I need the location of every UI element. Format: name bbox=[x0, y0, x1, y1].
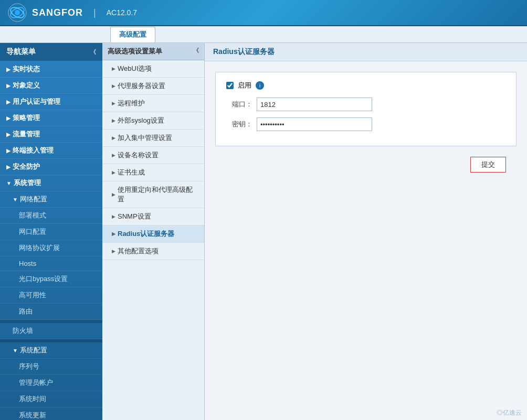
sidebar-item-deploy[interactable]: 部署模式 bbox=[0, 208, 102, 224]
middle-item-label: 外部syslog设置 bbox=[118, 116, 164, 125]
middle-item-label: Radius认证服务器 bbox=[118, 229, 174, 239]
middle-item-radius[interactable]: ▶ Radius认证服务器 bbox=[102, 225, 204, 243]
middle-item-arrow: ▶ bbox=[112, 101, 115, 106]
middle-item-arrow: ▶ bbox=[112, 231, 115, 236]
middle-item-label: SNMP设置 bbox=[118, 212, 151, 221]
port-input[interactable] bbox=[257, 98, 372, 111]
sidebar-item-sysconfg[interactable]: ▼ 系统配置 bbox=[0, 342, 102, 359]
content-body: 启用 i 端口： 密钥： 提交 bbox=[205, 61, 527, 188]
content-title: Radius认证服务器 bbox=[205, 43, 527, 61]
sidebar-item-serial[interactable]: 序列号 bbox=[0, 359, 102, 375]
sidebar-item-label: 系统配置 bbox=[20, 346, 47, 355]
arrow-icon: ▼ bbox=[13, 348, 18, 353]
sidebar-item-update[interactable]: 系统更新 bbox=[0, 407, 102, 420]
middle-item-centralmgmt[interactable]: ▶ 加入集中管理设置 bbox=[102, 130, 204, 147]
middle-item-webui[interactable]: ▶ WebUI选项 bbox=[102, 60, 204, 78]
middle-item-arrow: ▶ bbox=[112, 214, 115, 219]
sidebar-item-label: 高可用性 bbox=[19, 290, 46, 300]
header: SANGFOR | AC12.0.7 bbox=[0, 0, 527, 26]
secret-input[interactable] bbox=[257, 117, 372, 131]
sidebar-item-route[interactable]: 路由 bbox=[0, 304, 102, 320]
arrow-icon: ▶ bbox=[6, 148, 10, 154]
sidebar-item-label: 安全防护 bbox=[13, 162, 40, 171]
sidebar-header: 导航菜单 《 bbox=[0, 43, 102, 61]
middle-item-label: 证书生成 bbox=[118, 168, 145, 177]
sidebar-item-traffic[interactable]: ▶ 流量管理 bbox=[0, 126, 102, 143]
sidebar-item-admin[interactable]: 管理员帐户 bbox=[0, 375, 102, 391]
arrow-icon: ▶ bbox=[6, 83, 10, 89]
middle-item-label: 代理服务器设置 bbox=[118, 81, 165, 91]
sidebar-item-user-auth[interactable]: ▶ 用户认证与管理 bbox=[0, 94, 102, 110]
arrow-icon: ▼ bbox=[6, 180, 12, 186]
arrow-icon: ▶ bbox=[6, 99, 10, 105]
arrow-icon: ▶ bbox=[6, 164, 10, 170]
sidebar-item-label: 系统时间 bbox=[19, 394, 46, 404]
info-icon[interactable]: i bbox=[256, 81, 264, 90]
sidebar-item-netconfig[interactable]: ▼ 网络配置 bbox=[0, 191, 102, 208]
submit-row: 提交 bbox=[215, 152, 517, 178]
middle-panel-collapse-icon[interactable]: 《 bbox=[193, 47, 199, 56]
sidebar-item-terminal[interactable]: ▶ 终端接入管理 bbox=[0, 143, 102, 159]
middle-panel-title: 高级选项设置菜单 bbox=[108, 47, 162, 56]
svg-point-3 bbox=[15, 10, 20, 15]
sidebar-item-label: 用户认证与管理 bbox=[13, 97, 60, 106]
sidebar-item-label: 流量管理 bbox=[13, 130, 40, 139]
middle-item-arrow: ▶ bbox=[112, 153, 115, 158]
sidebar-item-objects[interactable]: ▶ 对象定义 bbox=[0, 78, 102, 94]
sidebar: 导航菜单 《 ▶ 实时状态 ▶ 对象定义 ▶ 用户认证与管理 ▶ 策略管理 ▶ … bbox=[0, 43, 102, 420]
enable-checkbox[interactable] bbox=[226, 82, 234, 89]
middle-item-label: 其他配置选项 bbox=[118, 246, 159, 256]
logo-area: SANGFOR | AC12.0.7 bbox=[8, 3, 137, 22]
middle-item-arrow: ▶ bbox=[112, 249, 115, 254]
sidebar-item-policy[interactable]: ▶ 策略管理 bbox=[0, 110, 102, 126]
middle-item-arrow: ▶ bbox=[112, 192, 115, 197]
sidebar-item-label: 系统更新 bbox=[19, 411, 46, 420]
arrow-icon: ▶ bbox=[6, 132, 10, 137]
sidebar-item-time[interactable]: 系统时间 bbox=[0, 391, 102, 407]
middle-item-redirect[interactable]: ▶ 使用重定向和代理高级配置 bbox=[102, 181, 204, 208]
middle-item-arrow: ▶ bbox=[112, 83, 115, 89]
middle-item-snmp[interactable]: ▶ SNMP设置 bbox=[102, 208, 204, 225]
middle-item-label: WebUI选项 bbox=[118, 64, 152, 73]
tab-advanced-config[interactable]: 高级配置 bbox=[110, 27, 155, 42]
middle-item-other[interactable]: ▶ 其他配置选项 bbox=[102, 243, 204, 260]
sidebar-item-ha[interactable]: 高可用性 bbox=[0, 287, 102, 304]
sidebar-item-bypass[interactable]: 光口bypass设置 bbox=[0, 271, 102, 287]
form-section: 启用 i 端口： 密钥： bbox=[215, 72, 517, 146]
footer-text: ◎亿速云 bbox=[497, 409, 522, 416]
sidebar-item-label: 系统管理 bbox=[14, 178, 41, 188]
middle-item-cert[interactable]: ▶ 证书生成 bbox=[102, 164, 204, 181]
arrow-icon: ▶ bbox=[6, 67, 10, 72]
middle-item-devicename[interactable]: ▶ 设备名称设置 bbox=[102, 147, 204, 164]
middle-item-label: 加入集中管理设置 bbox=[118, 133, 172, 143]
sidebar-item-label: 管理员帐户 bbox=[19, 378, 53, 387]
sidebar-item-label: Hosts bbox=[19, 260, 36, 267]
sidebar-collapse-icon[interactable]: 《 bbox=[90, 48, 96, 56]
sidebar-item-realtime[interactable]: ▶ 实时状态 bbox=[0, 61, 102, 78]
sidebar-item-security[interactable]: ▶ 安全防护 bbox=[0, 159, 102, 175]
sidebar-item-netprotocol[interactable]: 网络协议扩展 bbox=[0, 240, 102, 256]
enable-row: 启用 i bbox=[226, 81, 505, 90]
sidebar-item-netport[interactable]: 网口配置 bbox=[0, 224, 102, 240]
middle-item-arrow: ▶ bbox=[112, 170, 115, 175]
sidebar-item-label: 网络配置 bbox=[20, 195, 47, 204]
enable-label[interactable]: 启用 bbox=[238, 81, 251, 90]
middle-item-remote[interactable]: ▶ 远程维护 bbox=[102, 95, 204, 112]
sidebar-item-label: 防火墙 bbox=[13, 326, 33, 336]
sidebar-item-hosts[interactable]: Hosts bbox=[0, 256, 102, 271]
sidebar-item-sysadmin[interactable]: ▼ 系统管理 bbox=[0, 175, 102, 191]
header-sep: | bbox=[93, 7, 96, 18]
sidebar-item-firewall[interactable]: 防火墙 bbox=[0, 323, 102, 339]
middle-item-arrow: ▶ bbox=[112, 66, 115, 71]
sidebar-item-label: 实时状态 bbox=[13, 64, 40, 74]
sidebar-item-label: 对象定义 bbox=[13, 81, 40, 90]
middle-item-arrow: ▶ bbox=[112, 118, 115, 123]
middle-item-syslog[interactable]: ▶ 外部syslog设置 bbox=[102, 112, 204, 130]
secret-label: 密钥： bbox=[226, 120, 252, 129]
middle-panel-header: 高级选项设置菜单 《 bbox=[102, 43, 204, 60]
submit-button[interactable]: 提交 bbox=[470, 157, 506, 173]
middle-item-proxy[interactable]: ▶ 代理服务器设置 bbox=[102, 78, 204, 95]
sidebar-item-label: 路由 bbox=[19, 307, 33, 316]
sidebar-item-label: 策略管理 bbox=[13, 113, 40, 123]
tab-bar: 高级配置 bbox=[0, 26, 527, 43]
